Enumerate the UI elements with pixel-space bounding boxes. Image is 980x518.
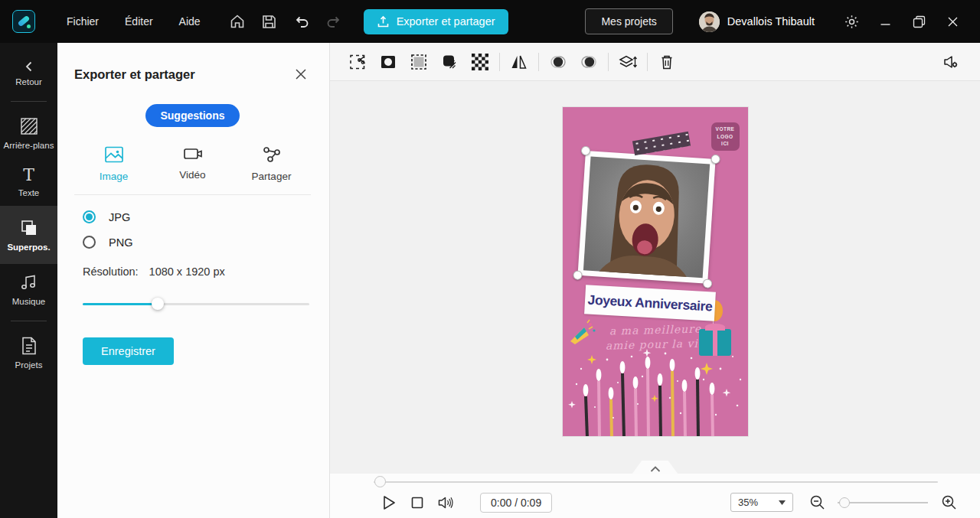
chevron-up-icon (649, 464, 662, 474)
sidebar-item-label: Texte (18, 188, 40, 197)
toolbar-separator (608, 53, 609, 71)
zoom-level-value: 35% (738, 497, 758, 508)
upload-icon (377, 15, 390, 28)
radio-jpg[interactable] (83, 210, 96, 223)
close-window-button[interactable] (936, 8, 969, 34)
backgrounds-icon (19, 116, 39, 136)
app-logo[interactable] (12, 10, 35, 33)
sidebar-item-retour[interactable]: Retour (0, 52, 57, 95)
card-title-text: Joyeux Anniversaire (587, 292, 713, 314)
undo-button[interactable] (286, 8, 318, 34)
menu-editer[interactable]: Éditer (125, 15, 153, 28)
blend-right-button[interactable] (573, 48, 604, 76)
slider-knob[interactable] (152, 298, 164, 310)
resolution-label: Résolution: (83, 266, 139, 278)
restore-icon (913, 15, 926, 28)
panel-divider (74, 194, 311, 195)
volume-button[interactable] (434, 492, 457, 513)
timeline-expand-button[interactable] (626, 461, 685, 474)
menu-aide[interactable]: Aide (179, 15, 201, 28)
blend-left-button[interactable] (543, 48, 573, 76)
panel-title: Exporter et partager (74, 67, 195, 82)
flip-horizontal-icon (510, 53, 528, 71)
resolution-value: 1080 x 1920 px (149, 266, 225, 278)
birthday-card-canvas[interactable]: VOTRE LOGO ICI (563, 107, 748, 436)
seek-knob[interactable] (374, 476, 386, 487)
my-projects-button[interactable]: Mes projets (585, 8, 672, 34)
share-icon (262, 145, 282, 164)
sidebar-item-superpos[interactable]: Superpos. (0, 206, 57, 264)
crop-cut-button[interactable] (342, 48, 373, 76)
play-icon (381, 494, 397, 511)
stop-button[interactable] (406, 492, 429, 513)
restore-button[interactable] (902, 8, 936, 34)
save-button[interactable] (253, 8, 286, 34)
sidebar-divider (11, 321, 47, 321)
canvas-area[interactable]: VOTRE LOGO ICI (330, 81, 980, 474)
radio-label: PNG (109, 236, 132, 249)
seek-bar[interactable] (330, 474, 980, 491)
layer-order-button[interactable] (612, 48, 643, 76)
selection-handle-bottom-left[interactable] (573, 270, 583, 280)
delete-button[interactable] (652, 48, 682, 76)
card-title-layer[interactable]: Joyeux Anniversaire (584, 285, 716, 321)
settings-button[interactable] (835, 8, 868, 34)
titlebar: Fichier Éditer Aide Exporter et p (0, 0, 980, 43)
caret-down-icon (779, 500, 786, 505)
menu-fichier[interactable]: Fichier (67, 15, 99, 28)
tab-video[interactable]: Vidéo (153, 139, 232, 193)
chevron-left-icon (23, 60, 35, 73)
photo-frame-layer[interactable] (577, 151, 715, 284)
seek-track[interactable] (374, 481, 938, 483)
home-button[interactable] (221, 8, 253, 34)
undo-icon (293, 13, 310, 30)
format-option-png[interactable]: PNG (83, 236, 311, 249)
blend-right-icon (578, 54, 599, 70)
sidebar-item-texte[interactable]: T Texte (0, 158, 57, 206)
export-share-button[interactable]: Exporter et partager (364, 9, 508, 34)
mask-button[interactable] (373, 48, 403, 76)
flip-horizontal-button[interactable] (504, 48, 534, 76)
suggestions-badge[interactable]: Suggestions (145, 104, 239, 127)
play-button[interactable] (377, 492, 400, 513)
minimize-icon (880, 16, 891, 28)
tab-partager[interactable]: Partager (232, 139, 311, 193)
mask-icon (379, 53, 397, 71)
candles-decoration (563, 346, 748, 436)
tab-image[interactable]: Image (74, 139, 153, 193)
save-icon (261, 14, 277, 30)
format-option-jpg[interactable]: JPG (83, 210, 311, 223)
zoom-slider-knob[interactable] (839, 497, 850, 508)
tab-label: Image (100, 171, 129, 182)
redo-button[interactable] (318, 8, 350, 34)
announcement-settings-button[interactable] (936, 48, 966, 76)
panel-close-button[interactable] (291, 64, 311, 84)
selection-handle-top-right[interactable] (710, 155, 720, 165)
close-icon (295, 68, 307, 80)
sidebar-item-arriere-plans[interactable]: Arrière-plans (0, 108, 57, 158)
zoom-slider[interactable] (838, 497, 928, 508)
music-icon (19, 272, 39, 292)
zoom-slider-track[interactable] (838, 502, 928, 503)
save-export-button[interactable]: Enregistrer (83, 337, 174, 365)
zoom-level-select[interactable]: 35% (730, 493, 793, 512)
shadow-button[interactable] (434, 48, 465, 76)
radio-label: JPG (109, 211, 130, 223)
resolution-slider[interactable] (83, 298, 309, 310)
zoom-out-button[interactable] (805, 492, 828, 513)
selection-handle-top-left[interactable] (580, 146, 590, 156)
selection-button[interactable] (403, 48, 434, 76)
radio-png[interactable] (83, 236, 96, 249)
sidebar-item-projets[interactable]: Projets (0, 327, 57, 378)
logo-placeholder-badge[interactable]: VOTRE LOGO ICI (711, 122, 740, 151)
logo-line: ICI (711, 140, 740, 148)
transparency-button[interactable] (465, 48, 495, 76)
user-avatar[interactable] (699, 11, 720, 32)
delete-icon (658, 53, 675, 71)
minimize-button[interactable] (868, 8, 902, 34)
selection-handle-bottom-right[interactable] (702, 279, 712, 288)
sidebar-item-musique[interactable]: Musique (0, 264, 57, 314)
sidebar-item-label: Musique (12, 297, 45, 306)
toolbar-separator (499, 53, 500, 71)
zoom-in-button[interactable] (937, 492, 960, 513)
